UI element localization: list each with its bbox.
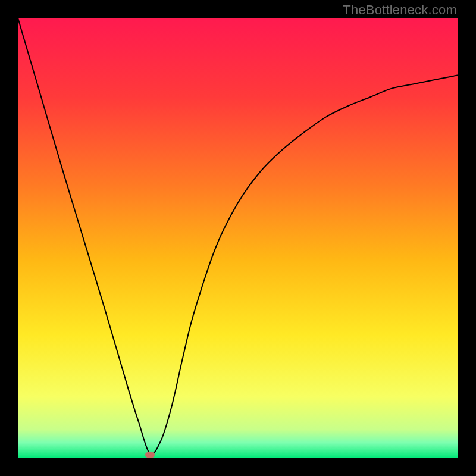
curve-plot [18, 18, 458, 458]
bottleneck-marker [145, 452, 155, 458]
watermark-text: TheBottleneck.com [343, 2, 457, 18]
chart-frame: TheBottleneck.com [0, 0, 476, 476]
plot-area [18, 18, 458, 458]
curve-line [18, 18, 458, 455]
